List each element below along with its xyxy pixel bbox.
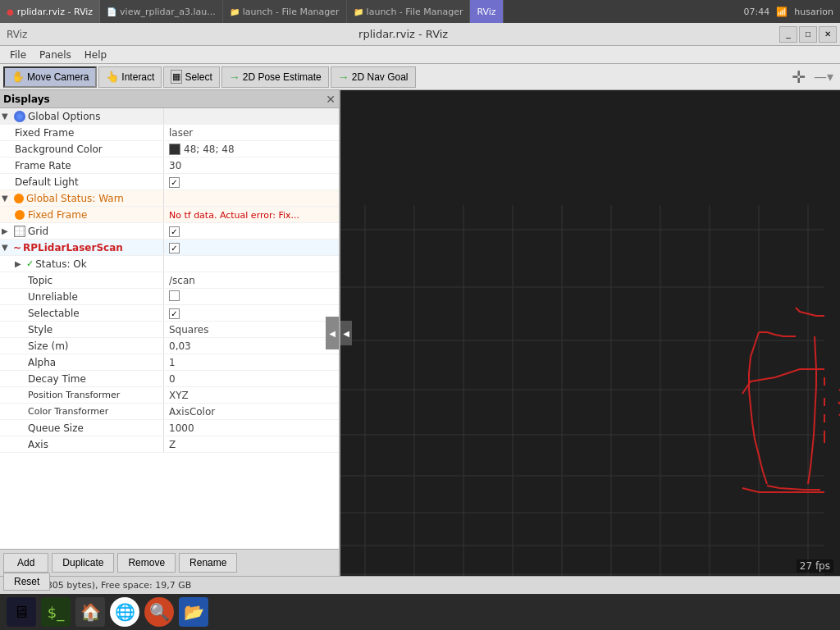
- wifi-icon: 📶: [776, 7, 788, 17]
- displays-header: Displays ✕: [0, 90, 339, 108]
- global-status-arrow[interactable]: ▼: [2, 194, 11, 203]
- unreliable-row[interactable]: Unreliable: [0, 289, 339, 305]
- global-options-arrow[interactable]: ▼: [2, 112, 11, 121]
- decay-row[interactable]: Decay Time 0: [0, 371, 339, 387]
- tab-view[interactable]: 📄 view_rplidar_a3.lau...: [100, 0, 223, 23]
- tab-rviz-btn[interactable]: RViz: [470, 0, 503, 23]
- pose-estimate-button[interactable]: → 2D Pose Estimate: [221, 66, 329, 88]
- duplicate-button[interactable]: Duplicate: [52, 553, 114, 573]
- alpha-label: Alpha: [28, 357, 56, 368]
- frame-rate-label: Frame Rate: [15, 160, 71, 171]
- minimize-button[interactable]: _: [779, 26, 797, 43]
- status-ok-arrow[interactable]: ▶: [15, 259, 25, 268]
- rviz-tab-icon: ●: [7, 7, 14, 16]
- displays-close-icon[interactable]: ✕: [326, 93, 336, 106]
- interact-button[interactable]: 👆 Interact: [98, 66, 162, 88]
- grid-visualization: [340, 90, 840, 576]
- nav-label: 2D Nav Goal: [352, 71, 409, 83]
- frame-rate-value: 30: [164, 160, 339, 171]
- rename-button[interactable]: Rename: [179, 553, 237, 573]
- global-status-row[interactable]: ▼ Global Status: Warn: [0, 190, 339, 207]
- bg-color-value[interactable]: 48; 48; 48: [164, 144, 339, 155]
- alpha-row[interactable]: Alpha 1: [0, 354, 339, 371]
- size-row[interactable]: Size (m) 0,03: [0, 338, 339, 354]
- taskbar-terminal-icon[interactable]: $_: [41, 597, 71, 627]
- fixed-frame-row[interactable]: Fixed Frame laser: [0, 125, 339, 141]
- tab-launch2[interactable]: 📁 launch - File Manager: [347, 0, 471, 23]
- reset-button[interactable]: Reset: [3, 573, 50, 591]
- global-status-warn-icon: [14, 194, 24, 203]
- select-button[interactable]: ▦ Select: [163, 66, 219, 88]
- menu-help[interactable]: Help: [78, 48, 113, 62]
- default-light-checkbox[interactable]: ✓: [169, 177, 180, 188]
- remove-button[interactable]: Remove: [117, 553, 176, 573]
- move-camera-label: Move Camera: [27, 71, 89, 83]
- gs-fixed-frame-icon: [15, 210, 25, 220]
- grid-row[interactable]: ▶ Grid ✓: [0, 223, 339, 240]
- username: husarion: [794, 7, 833, 17]
- view-tab-icon: 📄: [107, 7, 116, 16]
- pos-xform-label: Position Transformer: [28, 390, 120, 400]
- app-controls: _ □ ✕: [779, 26, 840, 43]
- taskbar-search-icon[interactable]: 🔍: [144, 597, 174, 627]
- queue-size-row[interactable]: Queue Size 1000: [0, 420, 339, 436]
- rplidar-icon: ~: [13, 242, 21, 253]
- decay-value: 0: [164, 373, 339, 385]
- topic-label: Topic: [28, 275, 52, 286]
- taskbar-chrome-icon[interactable]: 🌐: [110, 597, 139, 627]
- grid-icon: [14, 226, 25, 237]
- grid-checkbox[interactable]: ✓: [169, 226, 180, 237]
- tab-launch1[interactable]: 📁 launch - File Manager: [223, 0, 347, 23]
- rviz-label: RViz: [7, 29, 27, 40]
- rplidar-checkbox[interactable]: ✓: [169, 243, 180, 253]
- gs-fixed-frame-label: Fixed Frame: [28, 209, 87, 221]
- bg-color-swatch[interactable]: [169, 144, 180, 155]
- grid-value: ✓: [164, 226, 339, 237]
- app-titlebar: RViz rplidar.rviz - RViz _ □ ✕: [0, 23, 840, 46]
- app-title: rplidar.rviz - RViz: [27, 28, 779, 40]
- toolbar-dash-icon[interactable]: —▾: [810, 69, 837, 84]
- taskbar: 🖥 $_ 🏠 🌐 🔍 📂: [0, 594, 840, 630]
- nav-icon: →: [338, 71, 349, 84]
- selectable-value: ✓: [164, 308, 339, 319]
- size-value: 0,03: [164, 340, 339, 352]
- global-options-globe-icon: [14, 111, 25, 122]
- move-camera-button[interactable]: ✋ Move Camera: [3, 66, 97, 88]
- tab-rviz[interactable]: ● rplidar.rviz - RViz: [0, 0, 100, 23]
- viewport[interactable]: ◀ 27 fps: [340, 90, 840, 576]
- menu-file[interactable]: File: [3, 48, 33, 62]
- global-options-row[interactable]: ▼ Global Options: [0, 108, 339, 125]
- status-ok-row[interactable]: ▶ ✓ Status: Ok: [0, 256, 339, 272]
- taskbar-home-icon[interactable]: 🏠: [75, 597, 105, 627]
- taskbar-monitor-icon[interactable]: 🖥: [7, 597, 36, 627]
- rplidar-row[interactable]: ▼ ~ RPLidarLaserScan ✓: [0, 240, 339, 256]
- selectable-checkbox[interactable]: ✓: [169, 308, 180, 319]
- menu-panels[interactable]: Panels: [33, 48, 78, 62]
- grid-expand-arrow[interactable]: ▶: [2, 226, 11, 235]
- background-color-row[interactable]: Background Color 48; 48; 48: [0, 141, 339, 158]
- position-transformer-row[interactable]: Position Transformer XYZ: [0, 387, 339, 404]
- status-ok-label: Status: Ok: [35, 258, 87, 270]
- style-row[interactable]: Style Squares: [0, 322, 339, 338]
- queue-size-label: Queue Size: [28, 422, 84, 434]
- unreliable-checkbox[interactable]: [169, 290, 180, 301]
- rplidar-arrow[interactable]: ▼: [2, 243, 11, 252]
- toolbar-cross-icon[interactable]: ✛: [788, 67, 809, 87]
- global-status-fixed-frame-row[interactable]: Fixed Frame No tf data. Actual error: Fi…: [0, 207, 339, 223]
- nav-goal-button[interactable]: → 2D Nav Goal: [331, 66, 416, 88]
- frame-rate-row[interactable]: Frame Rate 30: [0, 158, 339, 174]
- color-transformer-row[interactable]: Color Transformer AxisColor: [0, 404, 339, 420]
- maximize-button[interactable]: □: [799, 26, 817, 43]
- launch2-icon: 📁: [354, 7, 363, 16]
- viewport-collapse-button[interactable]: ◀: [340, 321, 352, 345]
- pose-icon: →: [229, 71, 240, 84]
- close-button[interactable]: ✕: [819, 26, 837, 43]
- selectable-row[interactable]: Selectable ✓: [0, 305, 339, 322]
- taskbar-files-icon[interactable]: 📂: [179, 597, 208, 627]
- main-area: Displays ✕ ▼ Global Options Fixed Frame: [0, 90, 840, 576]
- style-value: Squares: [164, 324, 339, 336]
- axis-row[interactable]: Axis Z: [0, 436, 339, 453]
- default-light-row[interactable]: Default Light ✓: [0, 174, 339, 190]
- displays-tree[interactable]: ▼ Global Options Fixed Frame laser Backg…: [0, 108, 339, 549]
- topic-row[interactable]: Topic /scan: [0, 272, 339, 289]
